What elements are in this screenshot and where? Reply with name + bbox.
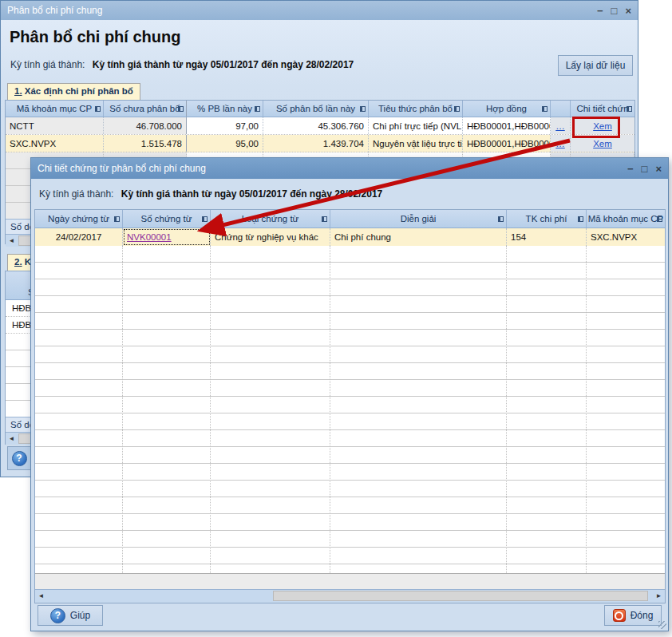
col-header-dien-giai[interactable]: Diễn giải (330, 210, 507, 228)
help-button[interactable]: ? Giúp (38, 605, 103, 626)
empty-col (211, 246, 330, 573)
period-row: Kỳ tính giá thành: Kỳ tính giá thành từ … (39, 188, 382, 200)
pin-icon[interactable] (255, 106, 260, 112)
voucher-grid: Ngày chứng từ Số chứng từ Loại chứng từ … (34, 209, 666, 603)
pin-icon[interactable] (578, 216, 583, 222)
pin-icon[interactable] (322, 216, 327, 222)
cell-so-chung-tu: NVK00001 (123, 228, 211, 246)
voucher-row-selected[interactable]: 24/02/2017 NVK00001 Chứng từ nghiệp vụ k… (35, 228, 665, 246)
minimize-icon[interactable]: − (627, 164, 634, 174)
col-header-more[interactable] (551, 101, 571, 117)
help-icon: ? (50, 608, 65, 623)
col-header-ngay-chung-tu[interactable]: Ngày chứng từ (35, 210, 123, 228)
cell-hop-dong[interactable]: HĐB00001,HĐB00002 (463, 135, 551, 152)
allocation-grid-header: Mã khoản mục CP Số chưa phân bổ % PB lần… (6, 101, 634, 117)
cell-pb[interactable]: 97,00 (187, 117, 263, 134)
cell-chi-tiet: Xem (571, 135, 634, 152)
empty-col (587, 246, 665, 573)
col-header-hop-dong[interactable]: Hợp đồng (463, 101, 551, 117)
close-power-icon (613, 609, 626, 622)
screenshot-root: Phân bổ chi phí chung − □ × Phân bổ chi … (0, 0, 672, 637)
voucher-grid-header: Ngày chứng từ Số chứng từ Loại chứng từ … (35, 210, 665, 228)
col-header-ma-khoan-muc[interactable]: Mã khoản mục CP (587, 210, 665, 228)
empty-col (123, 246, 211, 573)
pin-icon[interactable] (454, 106, 460, 112)
cell-chi-tiet: Xem (571, 117, 634, 134)
col-header-tk-chi-phi[interactable]: TK chi phí (507, 210, 587, 228)
col-header-loai-chung-tu[interactable]: Loại chứng từ (211, 210, 330, 228)
voucher-summary-row (35, 573, 665, 589)
close-icon[interactable]: × (655, 164, 662, 174)
cell-ma[interactable]: NCTT (6, 117, 104, 134)
ellipsis-button[interactable]: … (551, 135, 571, 152)
help-icon: ? (12, 451, 27, 466)
dong-close-button[interactable]: Đóng (604, 605, 662, 626)
maximize-icon[interactable]: □ (611, 6, 618, 16)
col-header-so-phan-bo[interactable]: Số phân bổ lần này (263, 101, 369, 117)
cell-loai[interactable]: Chứng từ nghiệp vụ khác (211, 228, 330, 246)
window-chi-tiet-chung-tu: Chi tiết chứng từ phân bổ chi phí chung … (30, 157, 669, 631)
pin-icon[interactable] (178, 106, 184, 112)
help-button-win1[interactable]: ? (7, 446, 31, 470)
empty-col (330, 246, 507, 573)
help-button-label: Giúp (70, 610, 90, 621)
cell-ngay[interactable]: 24/02/2017 (35, 228, 123, 246)
scroll-right-icon[interactable]: ► (653, 590, 665, 602)
window2-controls: − □ × (627, 164, 662, 174)
maximize-icon[interactable]: □ (642, 164, 648, 174)
window2-title: Chi tiết chứng từ phân bổ chi phí chung (38, 163, 627, 174)
minimize-icon[interactable]: − (597, 6, 603, 16)
pin-icon[interactable] (95, 106, 101, 112)
cell-ma[interactable]: SXC.NVPX (587, 228, 665, 246)
grid-empty-area (35, 246, 665, 573)
reload-data-button[interactable]: Lấy lại dữ liệu (558, 55, 633, 76)
table-row[interactable]: NCTT 46.708.000 97,00 45.306.760 Chi phí… (6, 117, 634, 135)
window2-footer: ? Giúp Đóng (31, 603, 668, 627)
pin-icon[interactable] (114, 216, 120, 222)
scroll-left-icon[interactable]: ◄ (6, 433, 18, 445)
pin-icon[interactable] (360, 106, 366, 112)
cell-hop-dong[interactable]: HĐB00001,HĐB00002 (463, 117, 551, 134)
cell-phan-bo[interactable]: 1.439.704 (263, 135, 369, 152)
close-icon[interactable]: × (625, 6, 631, 16)
col-header-ma-khoan-muc[interactable]: Mã khoản mục CP (6, 101, 104, 117)
close-button-label: Đóng (630, 610, 654, 621)
table-row-selected[interactable]: SXC.NVPX 1.515.478 95,00 1.439.704 Nguyê… (6, 135, 634, 152)
cell-tieu-thuc[interactable]: Chi phí trực tiếp (NVL (369, 117, 463, 134)
scroll-left-icon[interactable]: ◄ (35, 590, 47, 602)
cell-so-chua[interactable]: 46.708.000 (104, 117, 187, 134)
window1-title: Phân bổ chi phí chung (7, 5, 597, 16)
pin-icon[interactable] (542, 106, 547, 112)
col-header-so-chua-phan-bo[interactable]: Số chưa phân bổ (104, 101, 187, 117)
col-header-chi-tiet[interactable]: Chi tiết chứn (571, 101, 634, 117)
pin-icon[interactable] (657, 216, 662, 222)
pin-icon[interactable] (202, 216, 208, 222)
voucher-hscrollbar[interactable]: ◄ ► (35, 589, 665, 603)
xem-link-highlighted[interactable]: Xem (593, 139, 612, 148)
cell-ma[interactable]: SXC.NVPX (6, 135, 104, 152)
col-header-tieu-thuc[interactable]: Tiêu thức phân bổ (369, 101, 463, 117)
resize-grip[interactable] (658, 621, 666, 629)
voucher-number-link[interactable]: NVK00001 (127, 232, 172, 242)
cell-tk[interactable]: 154 (507, 228, 587, 246)
cell-dien-giai[interactable]: Chi phí chung (330, 228, 507, 246)
ellipsis-button[interactable]: … (551, 117, 571, 134)
tab-xac-dinh-chi-phi[interactable]: 1. Xác định chi phí phân bổ (7, 83, 140, 100)
scroll-thumb[interactable] (273, 591, 648, 601)
cell-pb[interactable]: 95,00 (187, 135, 263, 152)
empty-col (507, 246, 587, 573)
col-header-pb-lan-nay[interactable]: % PB lần này (187, 101, 263, 117)
xem-link[interactable]: Xem (593, 121, 612, 131)
window1-controls: − □ × (597, 6, 631, 16)
window1-titlebar[interactable]: Phân bổ chi phí chung − □ × (1, 1, 638, 20)
cell-so-chua[interactable]: 1.515.478 (104, 135, 187, 152)
pin-icon[interactable] (498, 216, 504, 222)
cell-phan-bo[interactable]: 45.306.760 (263, 117, 369, 134)
cell-tieu-thuc[interactable]: Nguyên vật liệu trực ti (369, 135, 463, 152)
window2-titlebar[interactable]: Chi tiết chứng từ phân bổ chi phí chung … (31, 158, 668, 179)
period-value: Kỳ tính giá thành từ ngày 05/01/2017 đến… (121, 188, 383, 200)
pin-icon[interactable] (627, 106, 632, 112)
period-label: Kỳ tính giá thành: (39, 188, 113, 200)
scroll-left-icon[interactable]: ◄ (6, 235, 18, 247)
col-header-so-chung-tu[interactable]: Số chứng từ (123, 210, 211, 228)
